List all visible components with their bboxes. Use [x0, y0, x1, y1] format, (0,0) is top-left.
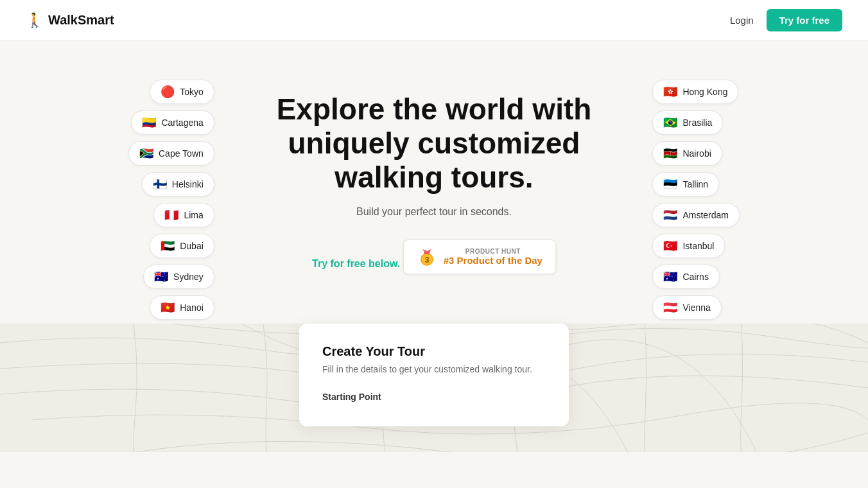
city-name: Cape Town [159, 148, 204, 159]
city-name: Nairobi [682, 148, 711, 159]
navbar-actions: Login Try for free [730, 9, 842, 31]
logo-text: WalkSmart [48, 13, 114, 28]
ph-badge-text: PRODUCT HUNT #3 Product of the Day [444, 248, 542, 266]
city-flag: 🇳🇱 [663, 208, 677, 222]
city-tag-left[interactable]: 🇿🇦Cape Town [128, 141, 214, 166]
navbar: 🚶 WalkSmart Login Try for free [0, 0, 868, 41]
city-flag: 🇨🇴 [142, 116, 156, 130]
city-flag: 🇪🇪 [663, 177, 677, 191]
product-hunt-badge[interactable]: 3 PRODUCT HUNT #3 Product of the Day [403, 240, 556, 274]
ph-medal-icon: 3 [417, 247, 437, 267]
city-tag-left[interactable]: 🇨🇴Cartagena [131, 110, 214, 135]
city-tag-left[interactable]: 🔴Tokyo [150, 80, 214, 104]
starting-point-label: Starting Point [322, 392, 546, 402]
ph-label: PRODUCT HUNT [444, 248, 542, 255]
city-flag: 🇦🇺 [663, 270, 677, 284]
city-flag: 🇰🇪 [663, 146, 677, 161]
city-name: Cartagena [161, 118, 203, 128]
city-name: Sydney [173, 272, 204, 282]
city-tag-left[interactable]: 🇦🇺Sydney [143, 265, 214, 289]
city-tag-right[interactable]: 🇰🇪Nairobi [652, 141, 722, 166]
city-tags-right: 🇭🇰Hong Kong🇧🇷Brasilia🇰🇪Nairobi🇪🇪Tallinn🇳… [652, 80, 740, 351]
city-name: Hong Kong [682, 87, 727, 97]
city-name: Vienna [682, 302, 710, 313]
hero-subtitle: Build your perfect tour in seconds. [254, 206, 614, 218]
city-tag-right[interactable]: 🇹🇷Istanbul [652, 234, 725, 258]
city-flag: 🇭🇰 [663, 85, 677, 99]
login-button[interactable]: Login [730, 15, 754, 26]
city-flag: 🇦🇪 [161, 239, 175, 253]
city-flag: 🇿🇦 [139, 146, 153, 161]
city-tag-left[interactable]: 🇵🇪Lima [153, 203, 214, 227]
map-form-area: Create Your Tour Fill in the details to … [0, 324, 868, 452]
form-description: Fill in the details to get your customiz… [322, 363, 546, 376]
city-tags-left: 🔴Tokyo🇨🇴Cartagena🇿🇦Cape Town🇫🇮Helsinki🇵🇪… [128, 80, 214, 351]
city-flag: 🇹🇷 [663, 239, 677, 253]
city-tag-right[interactable]: 🇭🇰Hong Kong [652, 80, 738, 104]
city-name: Amsterdam [682, 210, 729, 220]
city-flag: 🇧🇷 [663, 116, 677, 130]
city-flag: 🇦🇹 [663, 301, 677, 315]
city-name: Tokyo [180, 87, 204, 97]
hero-title: Explore the world with uniquely customiz… [254, 92, 614, 195]
city-tag-right[interactable]: 🇧🇷Brasilia [652, 110, 723, 135]
city-tag-right[interactable]: 🇪🇪Tallinn [652, 172, 719, 196]
svg-text:3: 3 [424, 256, 429, 265]
try-for-free-button[interactable]: Try for free [767, 9, 842, 31]
city-name: Lima [184, 210, 203, 220]
city-flag: 🇫🇮 [153, 177, 167, 191]
city-tag-left[interactable]: 🇻🇳Hanoi [150, 295, 214, 320]
city-name: Istanbul [682, 241, 714, 251]
city-tag-right[interactable]: 🇦🇺Cairns [652, 265, 719, 289]
city-tag-right[interactable]: 🇳🇱Amsterdam [652, 203, 740, 227]
city-flag: 🇦🇺 [154, 270, 168, 284]
city-name: Dubai [180, 241, 204, 251]
city-name: Tallinn [682, 179, 708, 189]
hero-content: Explore the world with uniquely customiz… [254, 80, 614, 274]
ph-rank: #3 Product of the Day [444, 255, 542, 266]
city-name: Cairns [682, 272, 708, 282]
city-flag: 🔴 [161, 85, 175, 99]
city-name: Brasilia [682, 118, 712, 128]
city-tag-right[interactable]: 🇦🇹Vienna [652, 295, 721, 320]
hero-cta-link[interactable]: Try for free below. [312, 258, 400, 269]
form-title: Create Your Tour [322, 344, 546, 359]
city-flag: 🇻🇳 [161, 301, 175, 315]
logo-icon: 🚶 [26, 12, 43, 29]
city-tag-left[interactable]: 🇫🇮Helsinki [142, 172, 214, 196]
create-tour-form: Create Your Tour Fill in the details to … [299, 324, 569, 426]
city-flag: 🇵🇪 [164, 208, 178, 222]
city-tag-left[interactable]: 🇦🇪Dubai [150, 234, 214, 258]
city-name: Helsinki [172, 179, 204, 189]
city-name: Hanoi [180, 302, 204, 313]
logo[interactable]: 🚶 WalkSmart [26, 12, 114, 29]
